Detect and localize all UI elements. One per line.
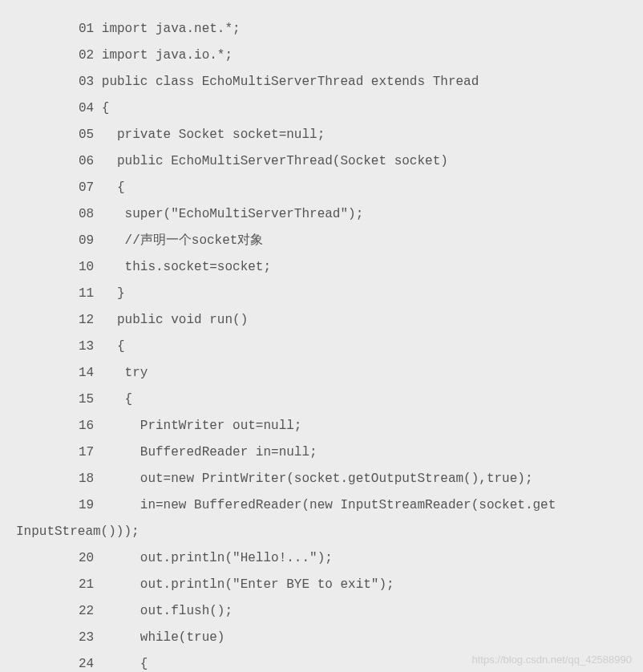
code-line: 05 private Socket socket=null;	[0, 122, 643, 148]
code-line: 22 out.flush();	[0, 598, 643, 625]
code-line: 07 {	[0, 175, 643, 201]
code-line: 19 in=new BufferedReader(new InputStream…	[0, 492, 643, 519]
code-line: 20 out.println("Hello!...");	[0, 545, 643, 572]
code-line: 11 }	[0, 281, 643, 307]
watermark-text: https://blog.csdn.net/qq_42588990	[472, 654, 633, 666]
code-line: 13 {	[0, 334, 643, 360]
code-line: 06 public EchoMultiServerThread(Socket s…	[0, 148, 643, 175]
code-block: 01 import java.net.*;02 import java.io.*…	[0, 0, 643, 672]
code-line: 09 //声明一个socket对象	[0, 228, 643, 254]
code-line: 18 out=new PrintWriter(socket.getOutputS…	[0, 466, 643, 492]
code-line: 15 {	[0, 387, 643, 413]
code-line: 08 super("EchoMultiServerThread");	[0, 201, 643, 228]
code-line: 23 while(true)	[0, 625, 643, 651]
code-line: 14 try	[0, 360, 643, 387]
code-line: 01 import java.net.*;	[0, 16, 643, 43]
code-line: 04 {	[0, 95, 643, 122]
code-line: InputStream()));	[0, 519, 643, 545]
code-line: 12 public void run()	[0, 307, 643, 334]
code-line: 03 public class EchoMultiServerThread ex…	[0, 69, 643, 95]
code-line: 16 PrintWriter out=null;	[0, 413, 643, 439]
code-line: 10 this.socket=socket;	[0, 254, 643, 281]
code-line: 21 out.println("Enter BYE to exit");	[0, 572, 643, 598]
code-line: 02 import java.io.*;	[0, 43, 643, 69]
code-line: 17 BufferedReader in=null;	[0, 439, 643, 466]
